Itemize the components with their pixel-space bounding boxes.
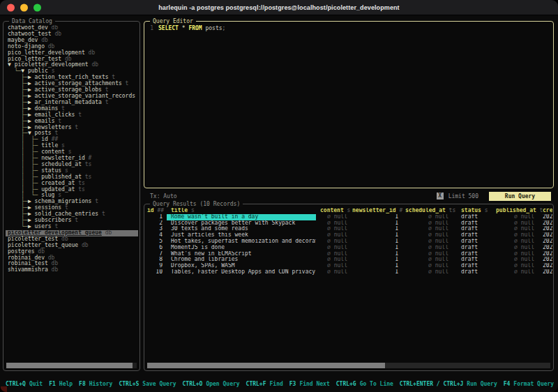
tree-expand-icon[interactable]: ▶ — [28, 223, 35, 229]
column-header[interactable]: status s — [457, 208, 495, 214]
tree-expand-icon[interactable]: ▶ — [28, 105, 35, 112]
result-cell-scheduled_at[interactable]: ∅ null — [404, 257, 457, 263]
tree-expand-icon[interactable]: ▶ — [28, 211, 35, 217]
result-cell-title[interactable]: MomentJS is done — [167, 245, 316, 251]
result-cell-published_at[interactable]: ∅ null — [495, 263, 543, 269]
zoom-button[interactable] — [33, 3, 41, 11]
result-cell-id[interactable]: 2 — [146, 220, 167, 227]
result-cell-newsletter_id[interactable]: 1 — [351, 245, 404, 251]
result-cell-content[interactable]: ∅ null — [316, 232, 351, 239]
result-cell-content[interactable]: ∅ null — [316, 226, 351, 232]
result-cell-scheduled_at[interactable]: ∅ null — [404, 232, 457, 239]
result-row[interactable]: 8Chrome and libraries∅ null1∅ nulldraft∅… — [146, 257, 552, 263]
result-cell-scheduled_at[interactable]: ∅ null — [404, 269, 457, 276]
result-row[interactable]: 1Rome wasn't built in a day∅ null1∅ null… — [146, 214, 552, 220]
result-cell-id[interactable]: 1 — [146, 214, 167, 220]
result-cell-content[interactable]: ∅ null — [316, 214, 351, 220]
footer-shortcut[interactable]: F4Format Query — [504, 381, 554, 387]
result-cell-id[interactable]: 4 — [146, 232, 167, 239]
result-cell-newsletter_id[interactable]: 1 — [351, 232, 404, 239]
result-cell-title[interactable]: 30 texts and some reads — [167, 226, 316, 232]
result-cell-newsletter_id[interactable]: 1 — [351, 239, 404, 245]
tree-expand-icon[interactable]: ▶ — [28, 99, 35, 105]
result-cell-newsletter_id[interactable]: 1 — [351, 220, 404, 227]
result-cell-scheduled_at[interactable]: ∅ null — [404, 226, 457, 232]
tree-expand-icon[interactable]: ▶ — [28, 93, 35, 99]
tree-expand-icon[interactable]: ▶ — [28, 80, 35, 86]
result-row[interactable]: 6MomentJS is done∅ null1∅ nulldraft∅ nul… — [146, 245, 552, 251]
footer-shortcut[interactable]: CTRL+SSave Query — [119, 381, 176, 387]
result-cell-id[interactable]: 3 — [146, 226, 167, 232]
result-cell-published_at[interactable]: ∅ null — [495, 226, 543, 232]
result-cell-content[interactable]: ∅ null — [316, 263, 351, 269]
editor-line[interactable]: 1SELECT * FROM posts; — [146, 25, 551, 32]
result-cell-status[interactable]: draft — [457, 220, 495, 227]
result-cell-content[interactable]: ∅ null — [316, 251, 351, 257]
close-button[interactable] — [7, 3, 15, 11]
result-cell-newsletter_id[interactable]: 1 — [351, 263, 404, 269]
result-cell-published_at[interactable]: ∅ null — [495, 214, 543, 220]
tree-expand-icon[interactable]: ▶ — [28, 112, 35, 118]
result-cell-created[interactable]: 2024 — [543, 257, 552, 263]
result-cell-created[interactable]: 2024 — [543, 251, 552, 257]
column-header[interactable]: crea — [543, 208, 552, 214]
result-cell-status[interactable]: draft — [457, 269, 495, 276]
footer-shortcut[interactable]: CTRL+FFind — [246, 381, 283, 387]
result-row[interactable]: 4Just articles this week∅ null1∅ nulldra… — [146, 232, 552, 239]
result-row[interactable]: 2Discover packages better with Skypack∅ … — [146, 220, 552, 227]
result-cell-content[interactable]: ∅ null — [316, 245, 351, 251]
tree-expand-icon[interactable]: ▶ — [28, 86, 35, 93]
tree-expand-icon[interactable]: ▶ — [28, 118, 35, 124]
tree-expand-icon[interactable]: ▶ — [28, 74, 35, 80]
footer-shortcut[interactable]: F3Find Next — [289, 381, 330, 387]
result-cell-scheduled_at[interactable]: ∅ null — [404, 214, 457, 220]
result-cell-published_at[interactable]: ∅ null — [495, 245, 543, 251]
result-cell-newsletter_id[interactable]: 1 — [351, 214, 404, 220]
footer-shortcut[interactable]: CTRL+OOpen Query — [183, 381, 240, 387]
result-cell-content[interactable]: ∅ null — [316, 220, 351, 227]
result-cell-title[interactable]: What's new in ECMAScript — [167, 251, 316, 257]
result-cell-status[interactable]: draft — [457, 226, 495, 232]
result-cell-content[interactable]: ∅ null — [316, 239, 351, 245]
result-cell-status[interactable]: draft — [457, 214, 495, 220]
result-cell-status[interactable]: draft — [457, 245, 495, 251]
result-cell-created[interactable]: 2024 — [543, 232, 552, 239]
result-cell-published_at[interactable]: ∅ null — [495, 251, 543, 257]
footer-shortcut[interactable]: CTRL+GGo To Line — [336, 381, 393, 387]
footer-shortcut[interactable]: CTRL+QQuit — [6, 381, 43, 387]
result-cell-created[interactable]: 2025 — [543, 214, 552, 220]
result-cell-created[interactable]: 2025 — [543, 226, 552, 232]
tree-expand-icon[interactable]: ▶ — [28, 217, 35, 223]
result-cell-title[interactable]: Hot takes, superfast memoization and dec… — [167, 239, 316, 245]
result-row[interactable]: 9Dropbox, SPAs, WASM∅ null1∅ nulldraft∅ … — [146, 263, 552, 269]
result-cell-scheduled_at[interactable]: ∅ null — [404, 251, 457, 257]
result-cell-created[interactable]: 2024 — [543, 269, 552, 276]
result-cell-created[interactable]: 2025 — [543, 220, 552, 227]
result-cell-id[interactable]: 9 — [146, 263, 167, 269]
query-editor-textarea[interactable]: 1SELECT * FROM posts; — [146, 25, 551, 186]
result-cell-status[interactable]: draft — [457, 232, 495, 239]
result-cell-published_at[interactable]: ∅ null — [495, 239, 543, 245]
result-cell-newsletter_id[interactable]: 1 — [351, 226, 404, 232]
footer-shortcut[interactable]: CTRL+ENTER / CTRL+JRun Query — [400, 381, 497, 387]
result-cell-title[interactable]: Dropbox, SPAs, WASM — [167, 263, 316, 269]
result-cell-newsletter_id[interactable]: 1 — [351, 257, 404, 263]
result-row[interactable]: 10Tables, Faster Desktop Apps and CDN pr… — [146, 269, 552, 276]
result-cell-published_at[interactable]: ∅ null — [495, 269, 543, 276]
limit-checkbox[interactable]: X — [437, 193, 444, 199]
result-cell-id[interactable]: 5 — [146, 239, 167, 245]
result-cell-id[interactable]: 7 — [146, 251, 167, 257]
result-row[interactable]: 5Hot takes, superfast memoization and de… — [146, 239, 552, 245]
result-cell-scheduled_at[interactable]: ∅ null — [404, 263, 457, 269]
result-cell-status[interactable]: draft — [457, 239, 495, 245]
footer-shortcut[interactable]: F8History — [79, 381, 112, 387]
result-cell-title[interactable]: Rome wasn't built in a day — [167, 214, 316, 220]
result-cell-newsletter_id[interactable]: 1 — [351, 251, 404, 257]
result-cell-published_at[interactable]: ∅ null — [495, 257, 543, 263]
result-cell-created[interactable]: 2024 — [543, 245, 552, 251]
column-header[interactable]: title s — [167, 208, 316, 214]
result-cell-scheduled_at[interactable]: ∅ null — [404, 239, 457, 245]
run-query-button[interactable]: Run Query — [489, 192, 551, 201]
result-cell-published_at[interactable]: ∅ null — [495, 232, 543, 239]
catalog-horizontal-scrollbar[interactable] — [6, 363, 137, 368]
